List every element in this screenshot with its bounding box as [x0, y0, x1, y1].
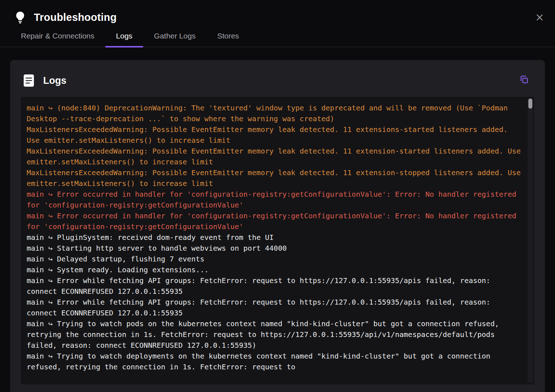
copy-logs-button[interactable]	[519, 74, 529, 86]
log-line: main ↪ PluginSystem: received dom-ready …	[27, 232, 521, 243]
logs-panel: Logs main ↪ (node:840) DeprecationWarnin…	[10, 60, 545, 392]
troubleshooting-window: Troubleshooting × Repair & ConnectionsLo…	[0, 0, 555, 392]
copy-icon	[519, 80, 529, 86]
scrollbar-thumb[interactable]	[528, 99, 532, 109]
log-line: main ↪ Error occurred in handler for 'co…	[27, 210, 521, 232]
close-button[interactable]: ×	[533, 11, 546, 23]
tab-repair-connections[interactable]: Repair & Connections	[10, 32, 105, 47]
window-header: Troubleshooting × Repair & ConnectionsLo…	[0, 0, 555, 47]
logs-panel-header: Logs	[21, 74, 534, 87]
console-scrollbar[interactable]	[528, 98, 533, 383]
lightbulb-icon	[13, 10, 27, 24]
tab-logs[interactable]: Logs	[105, 32, 143, 47]
tab-gather-logs[interactable]: Gather Logs	[143, 32, 207, 47]
tab-bar: Repair & ConnectionsLogsGather LogsStore…	[0, 32, 555, 47]
log-console[interactable]: main ↪ (node:840) DeprecationWarning: Th…	[21, 97, 534, 384]
log-line: main ↪ Error while fetching API groups: …	[27, 297, 521, 318]
log-line: main ↪ Error while fetching API groups: …	[27, 275, 521, 297]
tab-stores[interactable]: Stores	[206, 32, 250, 47]
window-title: Troubleshooting	[34, 12, 117, 23]
log-line: main ↪ Starting http server to handle we…	[27, 243, 521, 254]
log-line: main ↪ Trying to watch pods on the kuber…	[27, 318, 521, 351]
log-line: main ↪ Error occurred in handler for 'co…	[27, 189, 521, 210]
panel-title: Logs	[43, 75, 67, 86]
log-line: main ↪ System ready. Loading extensions.…	[27, 264, 521, 275]
log-line: main ↪ (node:840) DeprecationWarning: Th…	[27, 102, 521, 124]
log-line: main ↪ Trying to watch deployments on th…	[27, 351, 521, 372]
log-line: main ↪ Delayed startup, flushing 7 event…	[27, 254, 521, 264]
log-line: MaxListenersExceededWarning: Possible Ev…	[27, 167, 521, 189]
document-icon	[22, 74, 35, 87]
log-line: MaxListenersExceededWarning: Possible Ev…	[27, 146, 521, 167]
log-line: MaxListenersExceededWarning: Possible Ev…	[27, 124, 521, 146]
log-output: main ↪ (node:840) DeprecationWarning: Th…	[27, 102, 521, 372]
